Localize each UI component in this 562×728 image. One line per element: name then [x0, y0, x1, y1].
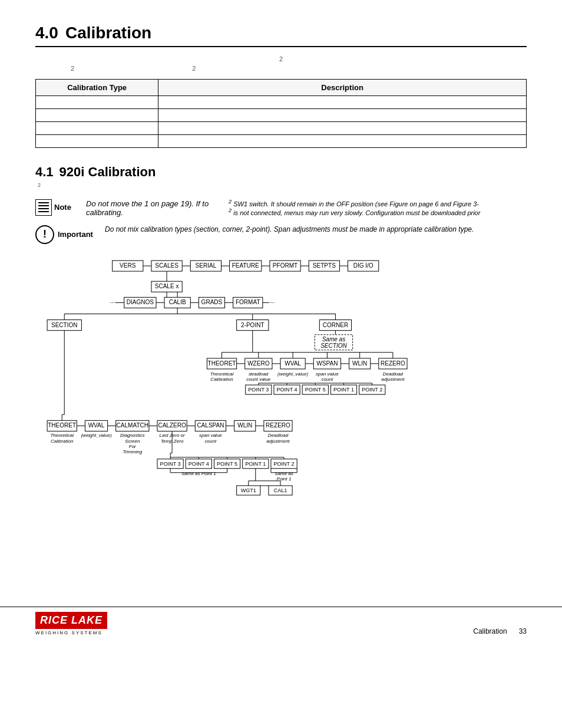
footer-right: Calibration 33 — [473, 627, 527, 635]
superscript-row: 2 2 — [35, 65, 527, 72]
node-point4-top: POINT 4 — [277, 387, 297, 393]
table-cell-desc — [158, 122, 527, 135]
label-deadload-count: deadload — [249, 371, 269, 377]
node-rezero-top: REZERO — [381, 360, 405, 367]
table-row — [36, 96, 527, 109]
node-wspan: WSPAN — [316, 360, 338, 367]
label-theoretical-cal-bot: Theoretical — [50, 433, 74, 438]
subsection-heading: 4.1 920i Calibration — [35, 164, 527, 180]
table-header-type: Calibration Type — [36, 80, 158, 96]
node-theoret-top: THEORET — [208, 360, 236, 367]
logo-subtitle: WEIGHING SYSTEMS — [35, 630, 103, 635]
footer-section-label: Calibration — [473, 627, 507, 635]
important-box: ! Important Do not mix calibration types… — [35, 225, 527, 244]
section-title-text: Calibration — [65, 24, 151, 42]
node-format: FORMAT — [236, 299, 260, 305]
label-weight-value-top: (weight_value) — [277, 371, 308, 377]
section-number: 4.0 — [35, 24, 58, 42]
node-calzero: CALZERO — [158, 422, 186, 429]
node-point5-top: POINT 5 — [305, 387, 326, 393]
node-2point: 2-POINT — [241, 321, 265, 328]
table-header-description: Description — [158, 80, 527, 96]
note-icon — [35, 199, 52, 216]
label-trimming: Trimming — [123, 449, 142, 454]
node-setpts: SETPTS — [313, 262, 336, 269]
label-screen: Screen — [125, 438, 140, 443]
note-label: Note — [54, 203, 80, 212]
note-box: Note Do not move the 1 on page 19). If t… — [35, 199, 527, 217]
label-same-point1-left: Same as Point 1 — [181, 470, 216, 476]
important-label: Important — [58, 230, 99, 239]
note-right-text: 2 SW1 switch. It should remain in the OF… — [229, 199, 504, 217]
note-left-text: Do not move the 1 on page 19). If to cal… — [86, 199, 224, 217]
table-row — [36, 135, 527, 148]
node-point1-top: POINT 1 — [333, 387, 354, 393]
label-count: count — [322, 377, 333, 382]
title-divider — [35, 46, 527, 47]
node-wlin-bot: WLIN — [237, 422, 252, 429]
node-digio: DIG I/O — [353, 262, 373, 269]
node-point5-bot: POINT 5 — [217, 460, 237, 466]
label-for: For — [129, 443, 136, 449]
table-cell-type — [36, 96, 158, 109]
page-footer: RICE LAKE WEIGHING SYSTEMS Calibration 3… — [0, 607, 562, 635]
node-calmatch: CALMATCH — [117, 422, 148, 429]
table-cell-type — [36, 109, 158, 122]
label-deadload-adj-bot: Deadload — [268, 433, 289, 438]
node-same-section-2: SECTION — [320, 342, 347, 348]
subsection-title-text: 920i Calibration — [59, 164, 156, 180]
label-calibration: Calibration — [210, 377, 233, 382]
table-cell-type — [36, 122, 158, 135]
node-calspan: CALSPAN — [197, 422, 224, 429]
node-ellipsis-left: ... — [110, 298, 114, 304]
node-wzero: WZERO — [247, 360, 270, 367]
label-count-value: count value — [246, 377, 271, 382]
table-cell-desc — [158, 96, 527, 109]
node-wval-top: WVAL — [285, 360, 301, 367]
node-feature: FEATURE — [232, 262, 259, 269]
node-point2-bot: POINT 2 — [274, 460, 295, 466]
node-point2-top: POINT 2 — [362, 387, 382, 393]
calibration-diagram: VERS SCALES SERIAL FEATURE PFORMT SETPTS… — [35, 255, 527, 624]
node-ellipsis-right: ... — [270, 298, 275, 304]
node-scale-x: SCALE x — [155, 283, 179, 289]
label-diagnostics: Diagnostics — [120, 433, 144, 438]
label-adjustment-bot: adjustment — [266, 438, 290, 443]
label-span-value-count-bot: span value — [199, 433, 222, 438]
label-span-value-count: span value — [316, 371, 339, 377]
node-point3-top: POINT 3 — [248, 387, 269, 393]
footer-page-number: 33 — [519, 627, 527, 635]
table-row — [36, 109, 527, 122]
label-calibration-bot: Calibration — [51, 438, 74, 443]
label-theoretical-cal: Theoretical — [210, 371, 234, 377]
node-scales: SCALES — [155, 262, 178, 269]
table-cell-type — [36, 135, 158, 148]
node-cal1: CAL1 — [274, 487, 287, 493]
node-section: SECTION — [51, 321, 78, 328]
section-heading: 4.0 Calibration — [35, 24, 527, 42]
node-grads: GRADS — [201, 299, 223, 305]
node-vers: VERS — [120, 262, 136, 269]
important-content: Do not mix calibration types (section, c… — [105, 225, 527, 233]
node-same-section: Same as — [322, 335, 346, 342]
table-cell-desc — [158, 109, 527, 122]
subsection-number: 4.1 — [35, 164, 54, 180]
node-serial: SERIAL — [196, 262, 217, 269]
label-count-bot: count — [205, 438, 217, 443]
node-point3-bot: POINT 3 — [160, 460, 181, 466]
node-theoret-bot: THEORET — [48, 422, 76, 429]
node-wgt1: WGT1 — [241, 487, 256, 493]
company-logo: RICE LAKE WEIGHING SYSTEMS — [35, 612, 107, 635]
node-rezero-bot: REZERO — [266, 422, 290, 429]
label-weight-value-bot: (weight_value) — [81, 433, 111, 438]
table-cell-desc — [158, 135, 527, 148]
important-icon: ! — [35, 225, 54, 244]
note-content: Do not move the 1 on page 19). If to cal… — [86, 199, 504, 217]
label-adjustment-top: adjustment — [381, 377, 405, 382]
superscript-top: 2 — [35, 55, 527, 62]
label-deadload-adj-top: Deadload — [383, 371, 404, 377]
node-pformt: PFORMT — [273, 262, 297, 269]
node-wval-bot: WVAL — [88, 422, 105, 429]
table-row — [36, 122, 527, 135]
node-wlin-top: WLIN — [352, 360, 367, 367]
